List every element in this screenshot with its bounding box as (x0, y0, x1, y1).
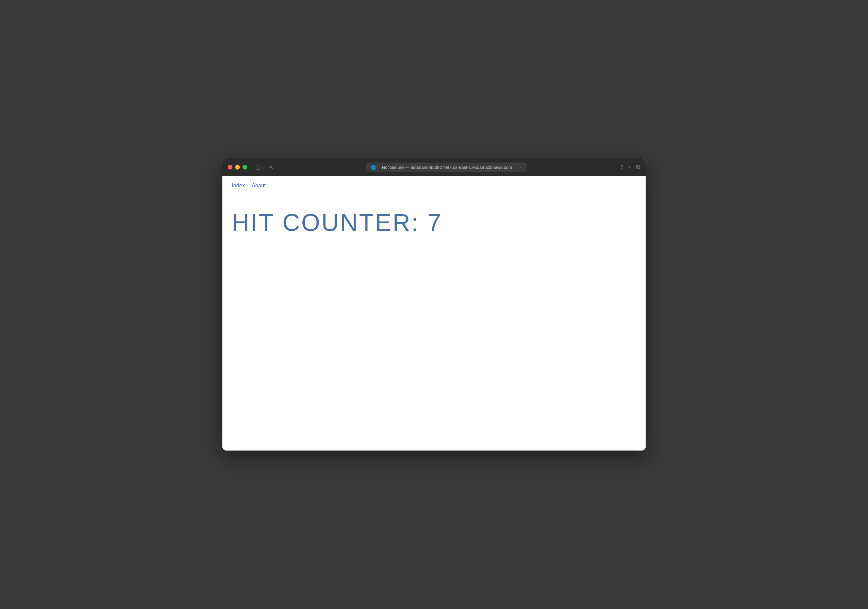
hit-counter-heading: HIT COUNTER: 7 (232, 209, 636, 236)
new-tab-button[interactable]: + (628, 164, 631, 170)
globe-icon: 🌐 (371, 165, 376, 170)
maximize-button[interactable] (243, 165, 247, 170)
browser-actions: ⤴ + ⧉ (620, 164, 640, 170)
sidebar-toggle-icon[interactable]: ◫ ⌄ (255, 164, 265, 170)
url-text: adbalanc-950827987.us-east-1.elb.amazona… (411, 165, 512, 170)
nav-about-link[interactable]: About (252, 182, 266, 189)
address-bar: 🌐 Not Secure — adbalanc-950827987.us-eas… (277, 162, 617, 172)
browser-window: ◫ ⌄ < 🌐 Not Secure — adbalanc-950827987.… (222, 158, 646, 451)
share-button[interactable]: ⤴ (620, 164, 623, 170)
browser-controls: ◫ ⌄ < (255, 164, 273, 171)
browser-chrome: ◫ ⌄ < 🌐 Not Secure — adbalanc-950827987.… (222, 158, 646, 176)
tabs-button[interactable]: ⧉ (636, 164, 640, 170)
close-button[interactable] (228, 165, 232, 170)
nav-links: Index About (232, 182, 636, 189)
back-button[interactable]: < (270, 164, 273, 171)
minimize-button[interactable] (235, 165, 240, 170)
chevron-down-icon: ⌄ (262, 165, 265, 170)
sidebar-icon: ◫ (255, 164, 260, 170)
security-label: Not Secure — (382, 165, 409, 170)
address-text: Not Secure — adbalanc-950827987.us-east-… (379, 165, 515, 170)
more-button[interactable]: ⋯ (518, 164, 523, 170)
browser-content: Index About HIT COUNTER: 7 (222, 176, 646, 451)
address-bar-inner[interactable]: 🌐 Not Secure — adbalanc-950827987.us-eas… (366, 162, 527, 172)
traffic-lights (228, 165, 247, 170)
nav-index-link[interactable]: Index (232, 182, 245, 189)
